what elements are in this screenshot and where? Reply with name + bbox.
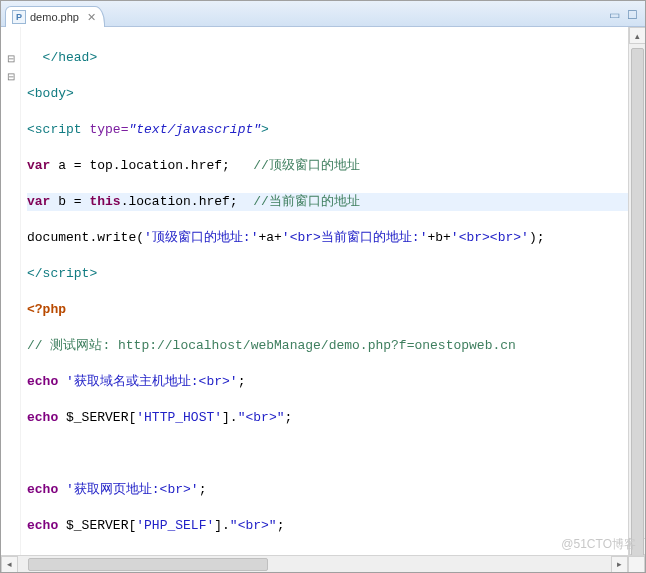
scroll-up-icon[interactable]: ▴ bbox=[629, 27, 645, 44]
scroll-right-icon[interactable]: ▸ bbox=[611, 556, 628, 573]
php-file-icon: P bbox=[12, 10, 26, 24]
tab-filename: demo.php bbox=[30, 11, 79, 23]
code-editor[interactable]: ⊟ ⊟ </head> <body> <script type="text/ja… bbox=[1, 27, 628, 555]
close-icon[interactable]: ✕ bbox=[87, 11, 96, 24]
horizontal-scrollbar[interactable]: ◂ ▸ bbox=[1, 555, 645, 572]
tab-bar: P demo.php ✕ ▭ ☐ bbox=[1, 1, 645, 27]
code-text: </head> bbox=[43, 50, 98, 65]
fold-toggle[interactable]: ⊟ bbox=[1, 67, 21, 85]
scroll-thumb-h[interactable] bbox=[28, 558, 268, 571]
vertical-scrollbar[interactable]: ▴ ▾ bbox=[628, 27, 645, 555]
scroll-thumb-v[interactable] bbox=[631, 48, 644, 555]
maximize-icon[interactable]: ☐ bbox=[625, 8, 639, 22]
editor-tab[interactable]: P demo.php ✕ bbox=[5, 6, 105, 27]
fold-gutter: ⊟ ⊟ bbox=[1, 27, 21, 555]
code-text: <body> bbox=[27, 86, 74, 101]
code-text: <script bbox=[27, 122, 89, 137]
fold-toggle[interactable]: ⊟ bbox=[1, 49, 21, 67]
watermark: @51CTO博客 bbox=[561, 536, 636, 553]
code-lines[interactable]: </head> <body> <script type="text/javasc… bbox=[21, 27, 628, 555]
minimize-icon[interactable]: ▭ bbox=[607, 8, 621, 22]
scroll-left-icon[interactable]: ◂ bbox=[1, 556, 18, 573]
tab-toolbar: ▭ ☐ bbox=[607, 8, 645, 26]
